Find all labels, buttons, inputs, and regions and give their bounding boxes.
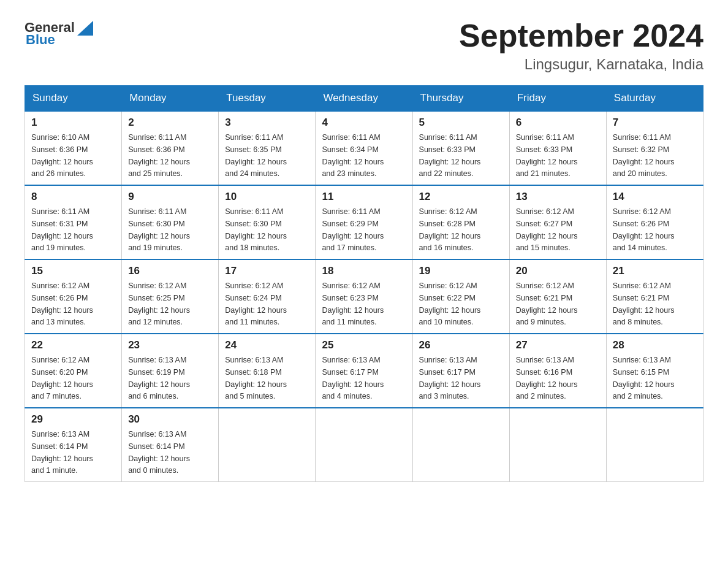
header-saturday: Saturday [606,86,703,112]
day-number: 29 [31,413,115,426]
day-number: 19 [419,265,503,277]
page-header: General Blue September 2024 Lingsugur, K… [25,18,703,73]
day-info: Sunrise: 6:12 AMSunset: 6:21 PMDaylight:… [613,282,675,326]
calendar-subtitle: Lingsugur, Karnataka, India [459,56,703,73]
day-info: Sunrise: 6:12 AMSunset: 6:23 PMDaylight:… [322,282,384,326]
day-number: 21 [613,265,697,277]
calendar-cell: 9 Sunrise: 6:11 AMSunset: 6:30 PMDayligh… [122,185,219,259]
title-block: September 2024 Lingsugur, Karnataka, Ind… [459,18,703,73]
header-monday: Monday [122,86,219,112]
calendar-week-4: 22 Sunrise: 6:12 AMSunset: 6:20 PMDaylig… [25,334,703,408]
calendar-week-2: 8 Sunrise: 6:11 AMSunset: 6:31 PMDayligh… [25,185,703,259]
day-info: Sunrise: 6:11 AMSunset: 6:29 PMDaylight:… [322,207,384,252]
calendar-week-1: 1 Sunrise: 6:10 AMSunset: 6:36 PMDayligh… [25,111,703,185]
day-info: Sunrise: 6:11 AMSunset: 6:30 PMDaylight:… [128,207,190,252]
day-info: Sunrise: 6:12 AMSunset: 6:21 PMDaylight:… [516,282,578,326]
day-info: Sunrise: 6:12 AMSunset: 6:28 PMDaylight:… [419,207,481,252]
calendar-cell [219,408,316,482]
calendar-table: SundayMondayTuesdayWednesdayThursdayFrid… [25,85,703,482]
day-info: Sunrise: 6:11 AMSunset: 6:30 PMDaylight:… [225,207,287,252]
calendar-cell: 25 Sunrise: 6:13 AMSunset: 6:17 PMDaylig… [316,334,412,408]
day-number: 25 [322,339,406,351]
day-number: 23 [128,339,212,351]
day-info: Sunrise: 6:11 AMSunset: 6:34 PMDaylight:… [322,133,384,178]
day-info: Sunrise: 6:13 AMSunset: 6:15 PMDaylight:… [613,356,675,400]
day-info: Sunrise: 6:12 AMSunset: 6:24 PMDaylight:… [225,282,287,326]
day-info: Sunrise: 6:12 AMSunset: 6:26 PMDaylight:… [613,207,675,252]
day-info: Sunrise: 6:11 AMSunset: 6:35 PMDaylight:… [225,133,287,178]
header-thursday: Thursday [412,86,509,112]
header-sunday: Sunday [25,86,122,112]
calendar-cell [606,408,703,482]
day-number: 12 [419,191,503,203]
calendar-cell: 13 Sunrise: 6:12 AMSunset: 6:27 PMDaylig… [509,185,606,259]
calendar-cell: 5 Sunrise: 6:11 AMSunset: 6:33 PMDayligh… [412,111,509,185]
calendar-cell: 1 Sunrise: 6:10 AMSunset: 6:36 PMDayligh… [25,111,122,185]
day-number: 9 [128,191,212,203]
day-info: Sunrise: 6:12 AMSunset: 6:25 PMDaylight:… [128,282,190,326]
day-number: 24 [225,339,309,351]
day-number: 10 [225,191,309,203]
calendar-cell: 7 Sunrise: 6:11 AMSunset: 6:32 PMDayligh… [606,111,703,185]
day-info: Sunrise: 6:11 AMSunset: 6:31 PMDaylight:… [31,207,93,252]
calendar-cell: 27 Sunrise: 6:13 AMSunset: 6:16 PMDaylig… [509,334,606,408]
calendar-cell: 18 Sunrise: 6:12 AMSunset: 6:23 PMDaylig… [316,259,412,334]
day-info: Sunrise: 6:11 AMSunset: 6:32 PMDaylight:… [613,133,675,178]
header-tuesday: Tuesday [219,86,316,112]
calendar-cell: 17 Sunrise: 6:12 AMSunset: 6:24 PMDaylig… [219,259,316,334]
day-info: Sunrise: 6:12 AMSunset: 6:20 PMDaylight:… [31,356,93,400]
day-number: 22 [31,339,115,351]
day-number: 3 [225,117,309,129]
calendar-cell: 2 Sunrise: 6:11 AMSunset: 6:36 PMDayligh… [122,111,219,185]
calendar-cell: 26 Sunrise: 6:13 AMSunset: 6:17 PMDaylig… [412,334,509,408]
day-number: 11 [322,191,406,203]
day-info: Sunrise: 6:12 AMSunset: 6:22 PMDaylight:… [419,282,481,326]
day-info: Sunrise: 6:11 AMSunset: 6:36 PMDaylight:… [128,133,190,178]
calendar-cell: 6 Sunrise: 6:11 AMSunset: 6:33 PMDayligh… [509,111,606,185]
calendar-cell: 4 Sunrise: 6:11 AMSunset: 6:34 PMDayligh… [316,111,412,185]
day-number: 15 [31,265,115,277]
day-number: 5 [419,117,503,129]
day-info: Sunrise: 6:11 AMSunset: 6:33 PMDaylight:… [419,133,481,178]
day-number: 18 [322,265,406,277]
day-number: 4 [322,117,406,129]
calendar-cell [509,408,606,482]
calendar-cell: 23 Sunrise: 6:13 AMSunset: 6:19 PMDaylig… [122,334,219,408]
calendar-cell: 28 Sunrise: 6:13 AMSunset: 6:15 PMDaylig… [606,334,703,408]
calendar-cell: 24 Sunrise: 6:13 AMSunset: 6:18 PMDaylig… [219,334,316,408]
day-number: 16 [128,265,212,277]
day-number: 7 [613,117,697,129]
day-info: Sunrise: 6:13 AMSunset: 6:16 PMDaylight:… [516,356,578,400]
calendar-cell: 22 Sunrise: 6:12 AMSunset: 6:20 PMDaylig… [25,334,122,408]
day-number: 30 [128,413,212,426]
day-number: 6 [516,117,600,129]
day-info: Sunrise: 6:10 AMSunset: 6:36 PMDaylight:… [31,133,93,178]
logo-icon [76,18,94,37]
day-info: Sunrise: 6:13 AMSunset: 6:14 PMDaylight:… [128,430,190,475]
calendar-cell: 12 Sunrise: 6:12 AMSunset: 6:28 PMDaylig… [412,185,509,259]
header-wednesday: Wednesday [316,86,412,112]
day-number: 28 [613,339,697,351]
day-info: Sunrise: 6:13 AMSunset: 6:14 PMDaylight:… [31,430,93,475]
calendar-cell: 11 Sunrise: 6:11 AMSunset: 6:29 PMDaylig… [316,185,412,259]
svg-marker-0 [77,21,93,36]
day-number: 14 [613,191,697,203]
calendar-cell: 21 Sunrise: 6:12 AMSunset: 6:21 PMDaylig… [606,259,703,334]
calendar-title: September 2024 [459,18,703,53]
day-number: 2 [128,117,212,129]
calendar-cell: 19 Sunrise: 6:12 AMSunset: 6:22 PMDaylig… [412,259,509,334]
day-number: 27 [516,339,600,351]
calendar-cell [316,408,412,482]
logo: General Blue [25,18,94,48]
calendar-week-3: 15 Sunrise: 6:12 AMSunset: 6:26 PMDaylig… [25,259,703,334]
calendar-cell: 8 Sunrise: 6:11 AMSunset: 6:31 PMDayligh… [25,185,122,259]
day-info: Sunrise: 6:13 AMSunset: 6:18 PMDaylight:… [225,356,287,400]
calendar-cell: 29 Sunrise: 6:13 AMSunset: 6:14 PMDaylig… [25,408,122,482]
header-friday: Friday [509,86,606,112]
day-number: 17 [225,265,309,277]
day-info: Sunrise: 6:12 AMSunset: 6:26 PMDaylight:… [31,282,93,326]
day-info: Sunrise: 6:13 AMSunset: 6:17 PMDaylight:… [322,356,384,400]
day-info: Sunrise: 6:12 AMSunset: 6:27 PMDaylight:… [516,207,578,252]
day-number: 20 [516,265,600,277]
calendar-week-5: 29 Sunrise: 6:13 AMSunset: 6:14 PMDaylig… [25,408,703,482]
